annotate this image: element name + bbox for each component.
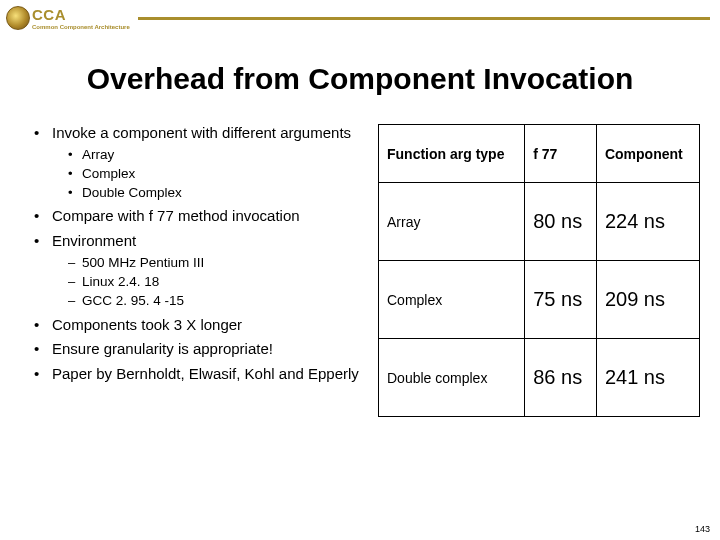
table-row: Double complex 86 ns 241 ns (379, 339, 700, 417)
sub-bullet-item: 500 MHz Pentium III (68, 255, 364, 272)
bullet-item: Environment 500 MHz Pentium III Linux 2.… (34, 232, 364, 309)
brand-acronym: CCA (32, 6, 66, 23)
brand-full: Common Component Architecture (32, 24, 130, 30)
slide-body: Invoke a component with different argume… (0, 124, 720, 417)
row-label: Complex (379, 261, 525, 339)
bullet-item: Paper by Bernholdt, Elwasif, Kohl and Ep… (34, 365, 364, 384)
cell-component: 209 ns (596, 261, 699, 339)
sub-bullet-item: Complex (68, 166, 364, 183)
cell-f77: 75 ns (525, 261, 597, 339)
sub-bullet-item: Linux 2.4. 18 (68, 274, 364, 291)
bullet-item: Components took 3 X longer (34, 316, 364, 335)
cell-f77: 80 ns (525, 183, 597, 261)
table-row: Complex 75 ns 209 ns (379, 261, 700, 339)
table-row: Array 80 ns 224 ns (379, 183, 700, 261)
bullet-text: Environment (52, 232, 136, 249)
header-rule (138, 17, 710, 20)
bullet-item: Invoke a component with different argume… (34, 124, 364, 201)
bullet-column: Invoke a component with different argume… (34, 124, 364, 417)
col-header: Component (596, 125, 699, 183)
cell-f77: 86 ns (525, 339, 597, 417)
page-number: 143 (695, 524, 710, 534)
brand-text: CCA Common Component Architecture (32, 7, 130, 30)
cell-component: 224 ns (596, 183, 699, 261)
cell-component: 241 ns (596, 339, 699, 417)
col-header: f 77 (525, 125, 597, 183)
slide-header: CCA Common Component Architecture (0, 0, 720, 36)
slide-title: Overhead from Component Invocation (0, 62, 720, 96)
row-label: Double complex (379, 339, 525, 417)
row-label: Array (379, 183, 525, 261)
overhead-table: Function arg type f 77 Component Array 8… (378, 124, 700, 417)
logo-icon (6, 6, 30, 30)
table-header-row: Function arg type f 77 Component (379, 125, 700, 183)
sub-bullet-item: Double Complex (68, 185, 364, 202)
col-header: Function arg type (379, 125, 525, 183)
sub-bullet-item: GCC 2. 95. 4 -15 (68, 293, 364, 310)
table-column: Function arg type f 77 Component Array 8… (364, 124, 700, 417)
bullet-item: Compare with f 77 method invocation (34, 207, 364, 226)
bullet-text: Invoke a component with different argume… (52, 124, 351, 141)
bullet-text: Compare with f 77 method invocation (52, 207, 300, 224)
bullet-item: Ensure granularity is appropriate! (34, 340, 364, 359)
sub-bullet-item: Array (68, 147, 364, 164)
